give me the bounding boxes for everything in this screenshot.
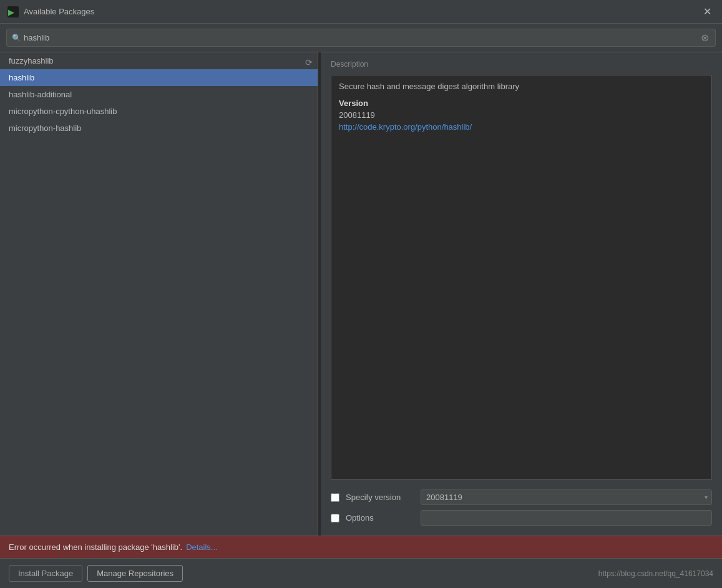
package-item-fuzzyhashlib[interactable]: fuzzyhashlib bbox=[0, 52, 318, 69]
refresh-button[interactable]: ⟳ bbox=[305, 57, 313, 67]
specify-version-row: Specify version ▾ bbox=[331, 489, 712, 505]
error-text: Error occurred when installing package '… bbox=[9, 542, 182, 552]
options-input-wrapper bbox=[421, 510, 712, 526]
version-value: 20081119 bbox=[339, 110, 704, 120]
options-label: Options bbox=[346, 513, 414, 523]
description-label: Description bbox=[331, 60, 712, 69]
body-area: ⟳ fuzzyhashlib hashlib hashlib-additiona… bbox=[0, 52, 722, 536]
main-content: 🔍 ⊗ ⟳ fuzzyhashlib hashlib hashlib-addit… bbox=[0, 24, 722, 588]
options-row: Options bbox=[331, 510, 712, 526]
window-title: Available Packages bbox=[24, 7, 94, 16]
close-button[interactable]: ✕ bbox=[700, 4, 715, 19]
search-input-wrapper: 🔍 ⊗ bbox=[6, 29, 716, 47]
description-content-area: Secure hash and message digest algorithm… bbox=[331, 75, 712, 480]
version-label: Version bbox=[339, 99, 704, 108]
specify-version-input[interactable] bbox=[421, 490, 701, 504]
specify-version-label: Specify version bbox=[346, 493, 414, 502]
version-dropdown-arrow-icon[interactable]: ▾ bbox=[701, 494, 711, 501]
specify-version-input-wrapper: ▾ bbox=[421, 489, 712, 505]
search-bar: 🔍 ⊗ bbox=[0, 24, 722, 52]
package-item-hashlib[interactable]: hashlib bbox=[0, 69, 318, 86]
description-text: Secure hash and message digest algorithm… bbox=[339, 82, 704, 91]
package-item-hashlib-additional[interactable]: hashlib-additional bbox=[0, 86, 318, 103]
install-package-button[interactable]: Install Package bbox=[9, 565, 82, 582]
search-icon: 🔍 bbox=[12, 34, 21, 42]
error-details-link[interactable]: Details... bbox=[186, 542, 218, 552]
specify-version-checkbox[interactable] bbox=[331, 493, 339, 502]
options-input[interactable] bbox=[421, 511, 711, 525]
options-area: Specify version ▾ Options bbox=[331, 487, 712, 528]
clear-search-button[interactable]: ⊗ bbox=[700, 32, 710, 44]
package-item-micropython-cpython-uhashlib[interactable]: micropython-cpython-uhashlib bbox=[0, 103, 318, 120]
title-bar-left: ▶ Available Packages bbox=[7, 6, 94, 17]
bottom-bar-left: Install Package Manage Repositories bbox=[9, 565, 183, 582]
options-checkbox[interactable] bbox=[331, 514, 339, 523]
bottom-bar: Install Package Manage Repositories http… bbox=[0, 558, 722, 588]
description-panel: Description Secure hash and message dige… bbox=[321, 52, 722, 536]
package-item-micropython-hashlib[interactable]: micropython-hashlib bbox=[0, 120, 318, 137]
version-link[interactable]: http://code.krypto.org/python/hashlib/ bbox=[339, 122, 472, 132]
svg-text:▶: ▶ bbox=[8, 7, 14, 17]
manage-repositories-button[interactable]: Manage Repositories bbox=[87, 565, 183, 582]
bottom-url: https://blog.csdn.net/qq_41617034 bbox=[598, 569, 713, 578]
search-input[interactable] bbox=[24, 33, 697, 42]
app-icon: ▶ bbox=[7, 6, 19, 17]
error-bar: Error occurred when installing package '… bbox=[0, 536, 722, 558]
title-bar: ▶ Available Packages ✕ bbox=[0, 0, 722, 24]
package-list-panel: ⟳ fuzzyhashlib hashlib hashlib-additiona… bbox=[0, 52, 318, 536]
